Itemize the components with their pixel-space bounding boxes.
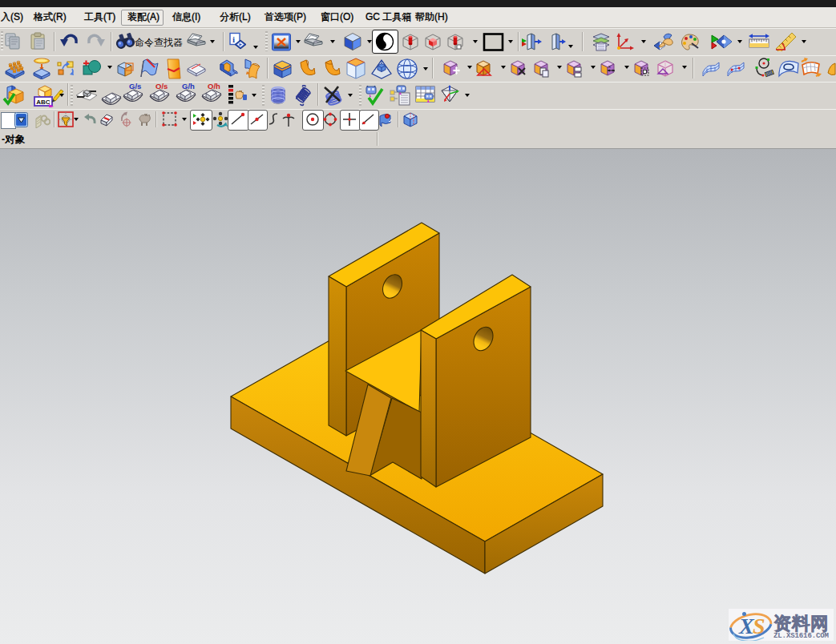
svg-text:ABC: ABC [36, 99, 50, 106]
svg-text:ZL.XS1616.COM: ZL.XS1616.COM [773, 632, 829, 640]
svg-text:G/s: G/s [129, 83, 141, 91]
svg-text:x: x [608, 64, 611, 69]
svg-text:G/h: G/h [182, 83, 195, 91]
svg-text:O/h: O/h [208, 83, 220, 91]
svg-text:资料网: 资料网 [773, 614, 829, 634]
svg-text:i: i [232, 34, 235, 44]
svg-text:S: S [753, 614, 765, 638]
svg-text:O/s: O/s [155, 83, 168, 91]
